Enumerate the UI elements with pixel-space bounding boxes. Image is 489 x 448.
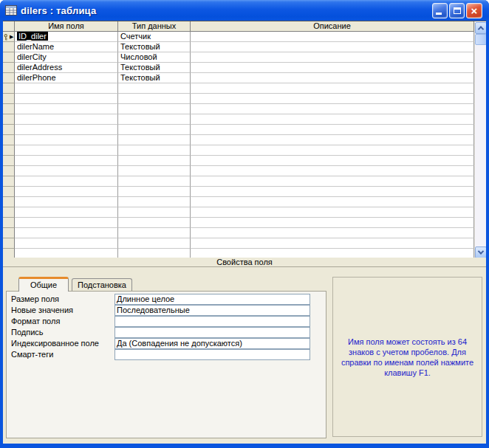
field-name-cell[interactable] (15, 125, 118, 135)
field-name-cell[interactable]: ID_diler (15, 32, 118, 42)
field-name-cell[interactable] (15, 187, 118, 197)
data-type-cell[interactable]: Счетчик (118, 32, 191, 42)
row-selector[interactable] (3, 187, 15, 197)
description-cell[interactable] (191, 166, 474, 176)
description-cell[interactable] (191, 63, 474, 73)
row-selector[interactable] (3, 238, 15, 249)
field-name-cell[interactable] (15, 114, 118, 125)
data-type-cell[interactable] (118, 166, 191, 176)
data-type-cell[interactable] (118, 104, 191, 114)
field-name-cell[interactable] (15, 207, 118, 218)
field-name-cell[interactable] (15, 94, 118, 104)
row-selector[interactable] (3, 73, 15, 83)
row-selector[interactable] (3, 207, 15, 218)
tab-general[interactable]: Общие (18, 277, 69, 292)
scrollbar-thumb[interactable] (475, 34, 486, 45)
property-value-input[interactable]: Длинное целое (114, 294, 310, 305)
row-selector[interactable] (3, 218, 15, 228)
data-type-cell[interactable] (118, 238, 191, 249)
row-selector[interactable] (3, 156, 15, 166)
description-cell[interactable] (191, 32, 474, 42)
field-name-cell[interactable] (15, 238, 118, 249)
field-name-cell[interactable] (15, 218, 118, 228)
data-type-cell[interactable] (118, 207, 191, 218)
row-selector[interactable] (3, 135, 15, 145)
maximize-button[interactable] (449, 3, 465, 18)
row-selector[interactable] (3, 176, 15, 187)
description-cell[interactable] (191, 83, 474, 94)
scroll-down-button[interactable] (475, 247, 486, 258)
row-selector[interactable] (3, 228, 15, 238)
description-cell[interactable] (191, 104, 474, 114)
row-selector[interactable] (3, 104, 15, 114)
property-value-input[interactable] (114, 316, 310, 327)
row-selector[interactable] (3, 197, 15, 207)
tab-lookup[interactable]: Подстановка (72, 278, 132, 292)
row-selector[interactable] (3, 125, 15, 135)
field-name-cell[interactable]: dilerPhone (15, 73, 118, 83)
row-selector[interactable] (3, 166, 15, 176)
row-selector[interactable] (3, 63, 15, 73)
field-name-cell[interactable] (15, 145, 118, 156)
row-selector[interactable] (3, 249, 15, 258)
row-selector[interactable] (3, 94, 15, 104)
minimize-button[interactable] (432, 3, 448, 18)
property-value-input[interactable] (114, 349, 310, 360)
property-value-input[interactable] (114, 327, 310, 338)
field-name-cell[interactable]: dilerName (15, 42, 118, 52)
data-type-cell[interactable] (118, 114, 191, 125)
description-cell[interactable] (191, 135, 474, 145)
data-type-cell[interactable] (118, 228, 191, 238)
data-type-cell[interactable] (118, 135, 191, 145)
description-cell[interactable] (191, 156, 474, 166)
titlebar[interactable]: dilers : таблица × (0, 0, 489, 21)
description-cell[interactable] (191, 145, 474, 156)
row-selector[interactable]: ▶ (3, 32, 15, 42)
data-type-cell[interactable] (118, 197, 191, 207)
description-cell[interactable] (191, 187, 474, 197)
description-cell[interactable] (191, 125, 474, 135)
data-type-cell[interactable] (118, 187, 191, 197)
description-cell[interactable] (191, 238, 474, 249)
data-type-cell[interactable]: Текстовый (118, 42, 191, 52)
field-name-cell[interactable] (15, 166, 118, 176)
scroll-up-button[interactable] (475, 22, 486, 34)
data-type-cell[interactable]: Текстовый (118, 73, 191, 83)
description-cell[interactable] (191, 197, 474, 207)
description-cell[interactable] (191, 207, 474, 218)
property-value-input[interactable]: Да (Совпадения не допускаются) (114, 338, 310, 349)
row-selector[interactable] (3, 114, 15, 125)
description-cell[interactable] (191, 94, 474, 104)
description-cell[interactable] (191, 228, 474, 238)
data-type-cell[interactable] (118, 125, 191, 135)
description-cell[interactable] (191, 218, 474, 228)
field-name-cell[interactable] (15, 104, 118, 114)
field-name-cell[interactable] (15, 176, 118, 187)
row-selector[interactable] (3, 83, 15, 94)
data-type-cell[interactable]: Числовой (118, 52, 191, 63)
field-name-cell[interactable] (15, 156, 118, 166)
row-selector[interactable] (3, 52, 15, 63)
field-name-cell[interactable] (15, 83, 118, 94)
row-selector[interactable] (3, 145, 15, 156)
description-cell[interactable] (191, 73, 474, 83)
field-name-cell[interactable] (15, 197, 118, 207)
property-value-input[interactable]: Последовательные (114, 305, 310, 316)
description-cell[interactable] (191, 42, 474, 52)
field-name-cell[interactable] (15, 249, 118, 258)
data-type-cell[interactable] (118, 249, 191, 258)
field-name-cell[interactable] (15, 135, 118, 145)
data-type-cell[interactable] (118, 94, 191, 104)
description-cell[interactable] (191, 52, 474, 63)
data-type-cell[interactable] (118, 145, 191, 156)
description-cell[interactable] (191, 176, 474, 187)
field-name-cell[interactable]: dilerAddress (15, 63, 118, 73)
description-cell[interactable] (191, 114, 474, 125)
data-type-cell[interactable] (118, 83, 191, 94)
close-button[interactable]: × (466, 3, 482, 18)
data-type-cell[interactable] (118, 176, 191, 187)
description-cell[interactable] (191, 249, 474, 258)
data-type-cell[interactable] (118, 156, 191, 166)
field-name-cell[interactable]: dilerCity (15, 52, 118, 63)
row-selector[interactable] (3, 42, 15, 52)
